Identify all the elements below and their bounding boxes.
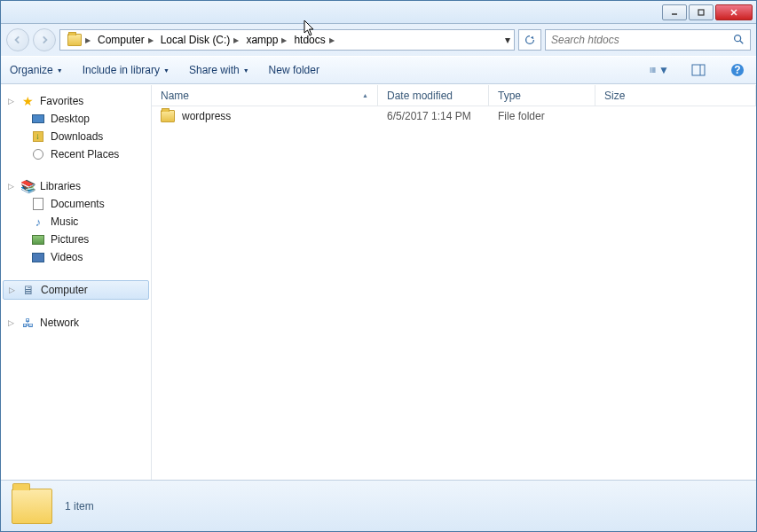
sidebar-documents[interactable]: Documents bbox=[1, 195, 151, 213]
recent-icon bbox=[33, 149, 43, 160]
sidebar-computer[interactable]: ▷🖥Computer bbox=[3, 280, 149, 300]
pictures-icon bbox=[32, 235, 44, 245]
svg-line-5 bbox=[740, 40, 744, 43]
music-icon: ♪ bbox=[31, 215, 45, 229]
address-bar: ▶ Computer▶ Local Disk (C:)▶ xampp▶ htdo… bbox=[1, 24, 756, 56]
svg-rect-9 bbox=[652, 69, 656, 70]
column-date[interactable]: Date modified bbox=[378, 85, 489, 106]
toolbar: Organize▼ Include in library▼ Share with… bbox=[1, 56, 756, 84]
search-icon[interactable] bbox=[732, 33, 745, 48]
new-folder-button[interactable]: New folder bbox=[269, 64, 319, 76]
breadcrumb-root[interactable]: ▶ bbox=[64, 30, 94, 50]
breadcrumb-htdocs[interactable]: htdocs▶ bbox=[290, 30, 337, 50]
downloads-icon bbox=[33, 131, 43, 142]
sidebar-favorites[interactable]: ▷★Favorites bbox=[1, 92, 151, 110]
share-with-button[interactable]: Share with▼ bbox=[189, 64, 249, 76]
svg-rect-12 bbox=[692, 65, 705, 75]
folder-icon bbox=[67, 34, 82, 46]
svg-rect-11 bbox=[652, 72, 656, 73]
svg-point-4 bbox=[735, 35, 741, 41]
breadcrumb[interactable]: ▶ Computer▶ Local Disk (C:)▶ xampp▶ htdo… bbox=[59, 29, 515, 51]
sort-indicator-icon: ▲ bbox=[362, 92, 368, 98]
svg-rect-7 bbox=[652, 67, 656, 68]
refresh-button[interactable] bbox=[518, 29, 541, 51]
status-folder-icon bbox=[12, 489, 52, 524]
file-date: 6/5/2017 1:14 PM bbox=[378, 110, 489, 122]
file-name: wordpress bbox=[182, 110, 231, 122]
search-box[interactable] bbox=[545, 29, 751, 51]
breadcrumb-xampp[interactable]: xampp▶ bbox=[242, 30, 290, 50]
sidebar-downloads[interactable]: Downloads bbox=[1, 128, 151, 145]
sidebar-videos[interactable]: Videos bbox=[1, 248, 151, 266]
svg-rect-10 bbox=[651, 72, 652, 73]
desktop-icon bbox=[32, 114, 44, 123]
computer-icon: 🖥 bbox=[21, 283, 35, 297]
network-icon: 🖧 bbox=[20, 316, 35, 330]
column-size[interactable]: Size bbox=[595, 85, 756, 106]
maximize-button[interactable] bbox=[689, 4, 714, 20]
breadcrumb-computer[interactable]: Computer▶ bbox=[94, 30, 157, 50]
view-options-button[interactable]: ▼ bbox=[650, 60, 669, 80]
include-in-library-button[interactable]: Include in library▼ bbox=[83, 64, 170, 76]
videos-icon bbox=[32, 253, 44, 262]
sidebar-network[interactable]: ▷🖧Network bbox=[1, 314, 151, 332]
sidebar-music[interactable]: ♪Music bbox=[1, 213, 151, 231]
column-name[interactable]: Name▲ bbox=[152, 85, 378, 106]
breadcrumb-dropdown[interactable]: ▾ bbox=[505, 34, 510, 46]
organize-button[interactable]: Organize▼ bbox=[10, 64, 63, 76]
status-bar: 1 item bbox=[1, 480, 756, 531]
svg-rect-8 bbox=[651, 69, 652, 70]
search-input[interactable] bbox=[551, 34, 732, 46]
documents-icon bbox=[33, 198, 43, 210]
folder-icon bbox=[161, 110, 175, 122]
status-text: 1 item bbox=[65, 500, 94, 512]
file-row[interactable]: wordpress 6/5/2017 1:14 PM File folder bbox=[152, 106, 756, 126]
sidebar-pictures[interactable]: Pictures bbox=[1, 231, 151, 248]
sidebar-desktop[interactable]: Desktop bbox=[1, 110, 151, 128]
help-button[interactable]: ? bbox=[728, 60, 747, 80]
file-pane: Name▲ Date modified Type Size wordpress … bbox=[152, 85, 756, 480]
back-button[interactable] bbox=[6, 28, 29, 51]
column-headers: Name▲ Date modified Type Size bbox=[152, 85, 756, 106]
preview-pane-button[interactable] bbox=[689, 60, 708, 80]
star-icon: ★ bbox=[20, 94, 35, 108]
forward-button[interactable] bbox=[33, 28, 56, 51]
close-button[interactable] bbox=[715, 4, 753, 20]
column-type[interactable]: Type bbox=[489, 85, 595, 106]
libraries-icon: 📚 bbox=[20, 179, 35, 193]
svg-rect-1 bbox=[698, 10, 704, 15]
file-type: File folder bbox=[489, 110, 595, 122]
titlebar bbox=[1, 1, 756, 24]
svg-text:?: ? bbox=[734, 64, 740, 76]
svg-rect-6 bbox=[651, 67, 652, 68]
sidebar-libraries[interactable]: ▷📚Libraries bbox=[1, 177, 151, 195]
sidebar: ▷★Favorites Desktop Downloads Recent Pla… bbox=[1, 85, 152, 480]
minimize-button[interactable] bbox=[662, 4, 687, 20]
sidebar-recent-places[interactable]: Recent Places bbox=[1, 145, 151, 163]
breadcrumb-localdisk[interactable]: Local Disk (C:)▶ bbox=[157, 30, 243, 50]
